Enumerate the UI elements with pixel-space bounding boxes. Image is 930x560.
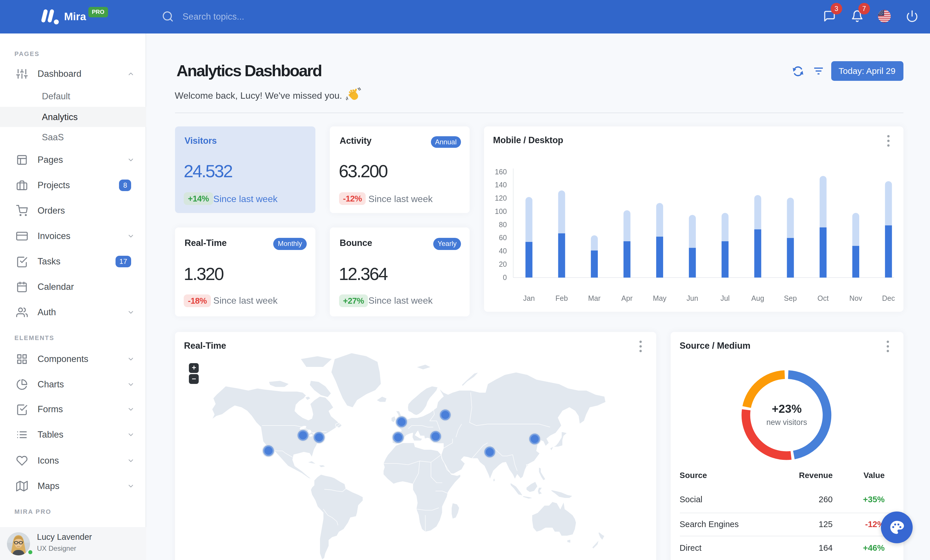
svg-text:Apr: Apr	[621, 294, 632, 302]
svg-text:140: 140	[494, 180, 507, 189]
svg-text:Feb: Feb	[555, 294, 568, 302]
svg-text:60: 60	[499, 233, 507, 241]
svg-text:Jul: Jul	[720, 294, 729, 302]
svg-text:160: 160	[494, 167, 507, 175]
svg-text:0: 0	[502, 273, 507, 281]
svg-text:40: 40	[499, 247, 507, 255]
svg-text:Jan: Jan	[523, 294, 534, 302]
svg-text:May: May	[653, 294, 666, 302]
svg-text:Mar: Mar	[588, 294, 600, 302]
svg-text:100: 100	[494, 207, 507, 215]
svg-text:120: 120	[494, 194, 507, 202]
svg-text:Sep: Sep	[784, 294, 796, 302]
svg-text:20: 20	[499, 260, 507, 268]
svg-text:Dec: Dec	[882, 294, 895, 302]
svg-text:Oct: Oct	[817, 294, 828, 302]
svg-text:Aug: Aug	[751, 294, 764, 302]
svg-text:Nov: Nov	[849, 294, 862, 302]
svg-text:80: 80	[499, 220, 507, 228]
svg-text:Jun: Jun	[686, 294, 698, 302]
